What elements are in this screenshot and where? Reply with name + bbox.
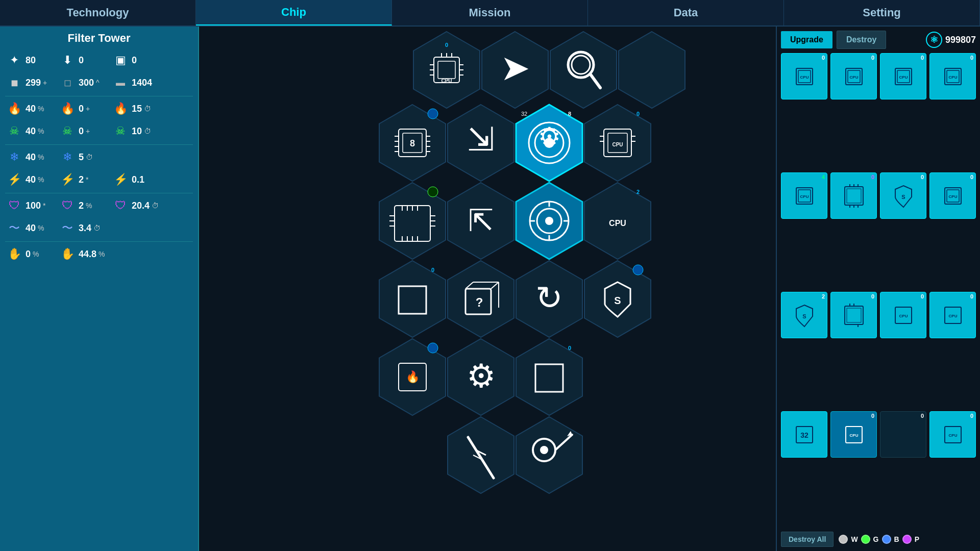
stat-lightning2: ⚡ 2 * (58, 170, 109, 189)
svg-marker-21 (619, 32, 685, 108)
upgrade-button[interactable]: Upgrade (781, 31, 832, 48)
tab-setting[interactable]: Setting (784, 0, 980, 26)
chip-slot-3[interactable]: 0 CPU (880, 53, 926, 99)
stat-hand2: ✋ 44.8 % (58, 245, 109, 263)
chip-slot-16[interactable]: 0 CPU (929, 411, 976, 458)
stat-hand1: ✋ 0 % (5, 245, 56, 263)
svg-text:32: 32 (800, 431, 808, 439)
bolt1-icon: 〜 (5, 219, 23, 237)
destroy-all-button[interactable]: Destroy All (781, 532, 834, 547)
tab-chip[interactable]: Chip (196, 0, 392, 26)
chip-slot-6[interactable]: 0 (830, 172, 877, 219)
chip-slot-2[interactable]: 0 CPU (830, 53, 877, 99)
stat-row-poison: ☠ 40 % ☠ 0 + ☠ 10 ⏱ (5, 122, 193, 140)
stat-row-hand: ✋ 0 % ✋ 44.8 % (5, 245, 193, 263)
stat-shield1: 🛡 100 * (5, 196, 56, 215)
chip-slot-4[interactable]: 0 CPU (929, 53, 976, 99)
color-label-b: B (894, 535, 899, 543)
chip-inventory-grid: 0 CPU 0 CPU 0 C (781, 53, 976, 528)
chip-slot-1[interactable]: 0 CPU (781, 53, 827, 99)
svg-text:CPU: CPU (609, 219, 626, 228)
fire3-icon: 🔥 (111, 99, 130, 118)
chip-slot-8[interactable]: 0 CPU (929, 172, 976, 219)
cpu-chip-icon-3: CPU (890, 63, 917, 90)
ice2-icon: ❄ (58, 148, 77, 166)
shield2-icon: 🛡 (58, 196, 77, 215)
chip-slot-11[interactable]: 0 CPU (880, 292, 926, 338)
svg-text:CPU: CPU (441, 78, 452, 84)
shield3-icon: 🛡 (111, 196, 130, 215)
svg-text:⚙: ⚙ (538, 122, 561, 151)
svg-text:⇲: ⇲ (467, 121, 495, 158)
chip-badge-12: 0 (970, 293, 973, 299)
color-dot-p[interactable] (902, 535, 912, 544)
bolt2-icon: 〜 (58, 219, 77, 237)
cpu-chip-icon-14: CPU (841, 421, 867, 448)
tab-mission[interactable]: Mission (392, 0, 588, 26)
chip-slot-5[interactable]: 4 CPU (781, 172, 827, 219)
left-panel: Filter Tower ✦ 80 ⬇ 0 ▣ 0 ◼ 299 + (0, 27, 199, 551)
svg-point-103 (428, 343, 438, 353)
tab-data[interactable]: Data (588, 0, 784, 26)
right-top-bar: Upgrade Destroy ⚛ 999807 (781, 31, 976, 49)
currency-display: ⚛ 999807 (926, 32, 976, 48)
chip-badge-14: 0 (871, 413, 874, 419)
ammo2-icon: ◻ (58, 73, 77, 92)
shield-chip-icon-7: S (890, 183, 917, 209)
cpu-chip-icon-8: CPU (940, 183, 966, 209)
chip-slot-14[interactable]: 0 CPU (830, 411, 877, 458)
cpu-chip-icon-11: CPU (890, 302, 917, 329)
hand2-icon: ✋ (58, 245, 77, 263)
stat-row-bolt: 〜 40 % 〜 3.4 ⏱ (5, 219, 193, 237)
svg-text:CPU: CPU (948, 75, 957, 80)
svg-text:2: 2 (636, 189, 640, 195)
stat-shuriken: ✦ 80 (5, 51, 56, 69)
chip-slot-13[interactable]: 32 (781, 411, 827, 458)
svg-text:CPU: CPU (948, 433, 957, 438)
svg-text:⇱: ⇱ (468, 204, 494, 238)
svg-point-24 (428, 109, 438, 119)
chip-badge-9: 2 (822, 293, 825, 299)
stat-row-ice: ❄ 40 % ❄ 5 ⏱ (5, 148, 193, 166)
fire1-icon: 🔥 (5, 99, 23, 118)
svg-text:CPU: CPU (899, 75, 908, 80)
chip-slot-15[interactable]: 0 (880, 411, 926, 458)
svg-marker-115 (516, 417, 582, 493)
hand1-icon: ✋ (5, 245, 23, 263)
stat-lightning3: ⚡ 0.1 (111, 170, 162, 189)
color-label-w: W (851, 535, 857, 543)
svg-text:0: 0 (445, 42, 448, 48)
stat-ammo2: ◻ 300 ^ (58, 73, 109, 92)
color-dot-g[interactable] (861, 535, 870, 544)
chip-badge-1: 0 (822, 55, 825, 61)
panel-title: Filter Tower (5, 32, 193, 45)
color-filter-group: W G B P (839, 535, 919, 544)
stat-row-2: ◼ 299 + ◻ 300 ^ ▬ 1404 (5, 73, 193, 92)
lightning3-icon: ⚡ (111, 170, 130, 189)
stat-poison3: ☠ 10 ⏱ (111, 122, 162, 140)
tab-technology[interactable]: Technology (0, 0, 196, 26)
circuit-icon-6 (841, 183, 867, 209)
stat-down: ⬇ 0 (58, 51, 109, 69)
color-dot-w[interactable] (839, 535, 848, 544)
chip-slot-9[interactable]: 2 S (781, 292, 827, 338)
chip-badge-15: 0 (921, 413, 924, 419)
chip-slot-10[interactable]: 0 (830, 292, 877, 338)
svg-point-77 (545, 217, 553, 225)
poison1-icon: ☠ (5, 122, 23, 140)
svg-text:32: 32 (521, 111, 527, 117)
destroy-button[interactable]: Destroy (837, 31, 887, 49)
cpu-chip-icon-12: CPU (940, 302, 966, 329)
color-dot-b[interactable] (882, 535, 891, 544)
chip-slot-7[interactable]: 0 S (880, 172, 926, 219)
svg-text:8: 8 (410, 138, 415, 148)
svg-marker-85 (379, 261, 446, 337)
stat-bolt2: 〜 3.4 ⏱ (58, 219, 109, 237)
cpu-chip-icon-16: CPU (940, 421, 966, 448)
chip-slot-12[interactable]: 0 CPU (929, 292, 976, 338)
stat-row-1: ✦ 80 ⬇ 0 ▣ 0 (5, 51, 193, 69)
svg-text:0: 0 (636, 111, 640, 117)
lightning2-icon: ⚡ (58, 170, 77, 189)
svg-marker-17 (550, 32, 617, 108)
svg-point-56 (428, 187, 438, 197)
